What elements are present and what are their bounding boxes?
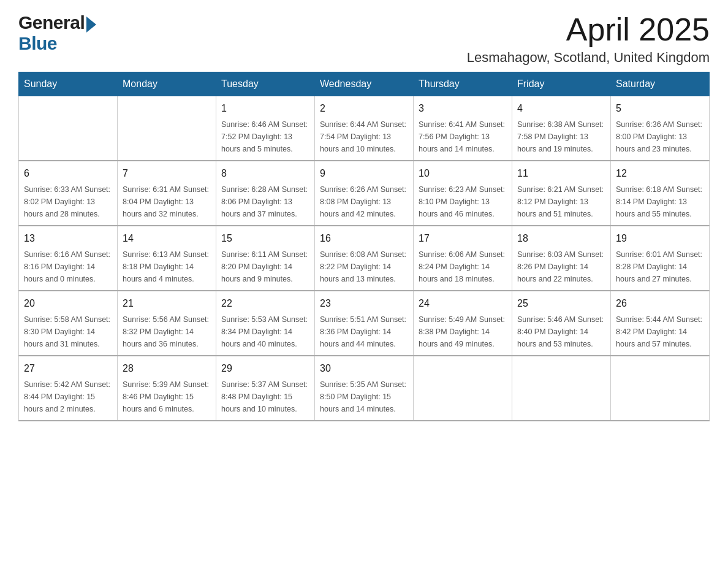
day-info: Sunrise: 6:18 AM Sunset: 8:14 PM Dayligh… — [616, 183, 704, 220]
day-info: Sunrise: 6:11 AM Sunset: 8:20 PM Dayligh… — [221, 248, 309, 285]
day-number: 3 — [419, 101, 507, 116]
day-info: Sunrise: 6:06 AM Sunset: 8:24 PM Dayligh… — [419, 248, 507, 285]
calendar-cell-w1-d5: 3Sunrise: 6:41 AM Sunset: 7:56 PM Daylig… — [414, 96, 512, 161]
day-number: 20 — [24, 296, 112, 311]
title-section: April 2025 Lesmahagow, Scotland, United … — [467, 12, 710, 66]
day-number: 4 — [517, 101, 605, 116]
day-number: 30 — [320, 361, 408, 376]
day-info: Sunrise: 6:46 AM Sunset: 7:52 PM Dayligh… — [221, 118, 309, 155]
col-saturday: Saturday — [611, 72, 710, 96]
calendar-cell-w2-d4: 9Sunrise: 6:26 AM Sunset: 8:08 PM Daylig… — [315, 161, 414, 226]
calendar-cell-w1-d2 — [118, 96, 216, 161]
calendar-cell-w4-d3: 22Sunrise: 5:53 AM Sunset: 8:34 PM Dayli… — [216, 291, 315, 356]
day-number: 8 — [221, 166, 309, 181]
calendar-cell-w4-d4: 23Sunrise: 5:51 AM Sunset: 8:36 PM Dayli… — [315, 291, 414, 356]
calendar-cell-w1-d3: 1Sunrise: 6:46 AM Sunset: 7:52 PM Daylig… — [216, 96, 315, 161]
calendar-table: Sunday Monday Tuesday Wednesday Thursday… — [18, 72, 710, 421]
calendar-week-3: 13Sunrise: 6:16 AM Sunset: 8:16 PM Dayli… — [19, 226, 710, 291]
day-number: 19 — [616, 231, 704, 246]
day-number: 1 — [221, 101, 309, 116]
calendar-cell-w5-d5 — [414, 356, 512, 421]
calendar-cell-w3-d5: 17Sunrise: 6:06 AM Sunset: 8:24 PM Dayli… — [414, 226, 512, 291]
calendar-week-4: 20Sunrise: 5:58 AM Sunset: 8:30 PM Dayli… — [19, 291, 710, 356]
calendar-cell-w1-d1 — [19, 96, 118, 161]
day-number: 21 — [123, 296, 211, 311]
col-tuesday: Tuesday — [216, 72, 315, 96]
day-info: Sunrise: 5:35 AM Sunset: 8:50 PM Dayligh… — [320, 378, 408, 415]
calendar-cell-w2-d7: 12Sunrise: 6:18 AM Sunset: 8:14 PM Dayli… — [611, 161, 710, 226]
day-info: Sunrise: 5:58 AM Sunset: 8:30 PM Dayligh… — [24, 313, 112, 350]
day-info: Sunrise: 5:56 AM Sunset: 8:32 PM Dayligh… — [123, 313, 211, 350]
day-info: Sunrise: 5:46 AM Sunset: 8:40 PM Dayligh… — [517, 313, 605, 350]
day-number: 16 — [320, 231, 408, 246]
logo-blue-text: Blue — [18, 33, 57, 54]
calendar-cell-w2-d2: 7Sunrise: 6:31 AM Sunset: 8:04 PM Daylig… — [118, 161, 216, 226]
col-thursday: Thursday — [414, 72, 512, 96]
calendar-cell-w2-d3: 8Sunrise: 6:28 AM Sunset: 8:06 PM Daylig… — [216, 161, 315, 226]
day-info: Sunrise: 6:41 AM Sunset: 7:56 PM Dayligh… — [419, 118, 507, 155]
day-info: Sunrise: 6:16 AM Sunset: 8:16 PM Dayligh… — [24, 248, 112, 285]
day-info: Sunrise: 6:08 AM Sunset: 8:22 PM Dayligh… — [320, 248, 408, 285]
day-info: Sunrise: 6:44 AM Sunset: 7:54 PM Dayligh… — [320, 118, 408, 155]
col-wednesday: Wednesday — [315, 72, 414, 96]
day-info: Sunrise: 5:49 AM Sunset: 8:38 PM Dayligh… — [419, 313, 507, 350]
logo-general-text: General — [18, 12, 85, 33]
day-number: 18 — [517, 231, 605, 246]
calendar-cell-w5-d4: 30Sunrise: 5:35 AM Sunset: 8:50 PM Dayli… — [315, 356, 414, 421]
calendar-cell-w2-d6: 11Sunrise: 6:21 AM Sunset: 8:12 PM Dayli… — [512, 161, 611, 226]
calendar-week-1: 1Sunrise: 6:46 AM Sunset: 7:52 PM Daylig… — [19, 96, 710, 161]
day-info: Sunrise: 6:36 AM Sunset: 8:00 PM Dayligh… — [616, 118, 704, 155]
calendar-cell-w5-d3: 29Sunrise: 5:37 AM Sunset: 8:48 PM Dayli… — [216, 356, 315, 421]
calendar-cell-w3-d2: 14Sunrise: 6:13 AM Sunset: 8:18 PM Dayli… — [118, 226, 216, 291]
day-info: Sunrise: 6:03 AM Sunset: 8:26 PM Dayligh… — [517, 248, 605, 285]
day-info: Sunrise: 5:44 AM Sunset: 8:42 PM Dayligh… — [616, 313, 704, 350]
calendar-cell-w4-d2: 21Sunrise: 5:56 AM Sunset: 8:32 PM Dayli… — [118, 291, 216, 356]
day-info: Sunrise: 5:42 AM Sunset: 8:44 PM Dayligh… — [24, 378, 112, 415]
calendar-header-row: Sunday Monday Tuesday Wednesday Thursday… — [19, 72, 710, 96]
day-number: 5 — [616, 101, 704, 116]
day-number: 10 — [419, 166, 507, 181]
day-number: 26 — [616, 296, 704, 311]
day-info: Sunrise: 5:53 AM Sunset: 8:34 PM Dayligh… — [221, 313, 309, 350]
day-number: 25 — [517, 296, 605, 311]
day-number: 24 — [419, 296, 507, 311]
day-info: Sunrise: 5:39 AM Sunset: 8:46 PM Dayligh… — [123, 378, 211, 415]
calendar-cell-w1-d6: 4Sunrise: 6:38 AM Sunset: 7:58 PM Daylig… — [512, 96, 611, 161]
day-number: 22 — [221, 296, 309, 311]
day-info: Sunrise: 6:31 AM Sunset: 8:04 PM Dayligh… — [123, 183, 211, 220]
calendar-cell-w3-d6: 18Sunrise: 6:03 AM Sunset: 8:26 PM Dayli… — [512, 226, 611, 291]
col-friday: Friday — [512, 72, 611, 96]
logo: General Blue — [18, 12, 96, 54]
day-number: 23 — [320, 296, 408, 311]
day-number: 29 — [221, 361, 309, 376]
calendar-cell-w2-d1: 6Sunrise: 6:33 AM Sunset: 8:02 PM Daylig… — [19, 161, 118, 226]
day-number: 17 — [419, 231, 507, 246]
day-info: Sunrise: 6:01 AM Sunset: 8:28 PM Dayligh… — [616, 248, 704, 285]
calendar-week-2: 6Sunrise: 6:33 AM Sunset: 8:02 PM Daylig… — [19, 161, 710, 226]
calendar-cell-w4-d1: 20Sunrise: 5:58 AM Sunset: 8:30 PM Dayli… — [19, 291, 118, 356]
calendar-cell-w4-d7: 26Sunrise: 5:44 AM Sunset: 8:42 PM Dayli… — [611, 291, 710, 356]
calendar-cell-w2-d5: 10Sunrise: 6:23 AM Sunset: 8:10 PM Dayli… — [414, 161, 512, 226]
day-info: Sunrise: 6:26 AM Sunset: 8:08 PM Dayligh… — [320, 183, 408, 220]
calendar-cell-w1-d4: 2Sunrise: 6:44 AM Sunset: 7:54 PM Daylig… — [315, 96, 414, 161]
calendar-cell-w3-d7: 19Sunrise: 6:01 AM Sunset: 8:28 PM Dayli… — [611, 226, 710, 291]
day-number: 13 — [24, 231, 112, 246]
day-number: 2 — [320, 101, 408, 116]
calendar-cell-w5-d6 — [512, 356, 611, 421]
col-monday: Monday — [118, 72, 216, 96]
day-info: Sunrise: 6:21 AM Sunset: 8:12 PM Dayligh… — [517, 183, 605, 220]
page-subtitle: Lesmahagow, Scotland, United Kingdom — [467, 50, 710, 66]
day-number: 12 — [616, 166, 704, 181]
calendar-cell-w4-d6: 25Sunrise: 5:46 AM Sunset: 8:40 PM Dayli… — [512, 291, 611, 356]
day-number: 6 — [24, 166, 112, 181]
calendar-cell-w3-d4: 16Sunrise: 6:08 AM Sunset: 8:22 PM Dayli… — [315, 226, 414, 291]
day-info: Sunrise: 5:51 AM Sunset: 8:36 PM Dayligh… — [320, 313, 408, 350]
calendar-cell-w3-d1: 13Sunrise: 6:16 AM Sunset: 8:16 PM Dayli… — [19, 226, 118, 291]
day-number: 27 — [24, 361, 112, 376]
page-title: April 2025 — [467, 12, 710, 47]
calendar-cell-w5-d2: 28Sunrise: 5:39 AM Sunset: 8:46 PM Dayli… — [118, 356, 216, 421]
day-number: 14 — [123, 231, 211, 246]
day-number: 7 — [123, 166, 211, 181]
day-number: 28 — [123, 361, 211, 376]
day-info: Sunrise: 6:38 AM Sunset: 7:58 PM Dayligh… — [517, 118, 605, 155]
